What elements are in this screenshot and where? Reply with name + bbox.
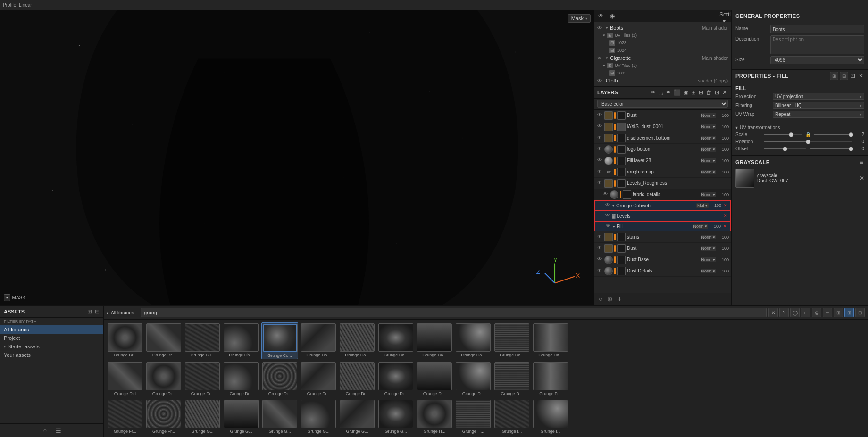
boots-tile-1023[interactable]: ⊞ 1023 <box>600 39 731 47</box>
asset-grunge-i-1[interactable]: Grunge I... <box>493 399 530 435</box>
asset-grunge-g-6[interactable]: Grunge G... <box>377 399 414 435</box>
layer-row-laxis[interactable]: 👁 lAXIS_dust_0001 Norm ▾ 100 <box>594 121 731 132</box>
layers-add-btn[interactable]: ○ <box>597 295 604 303</box>
viewport[interactable]: X Y Z Mask ▾ ▪ MASK <box>0 10 594 305</box>
dustbase-blend[interactable]: Norm ▾ <box>701 257 717 262</box>
asset-grunge-bu[interactable]: Grunge Bu... <box>184 322 221 359</box>
layer-row-roughremap[interactable]: 👁 ✏ rough remap Norm ▾ 100 <box>594 166 731 178</box>
size-select[interactable]: 4096 2048 1024 <box>770 56 864 64</box>
layers-delete-btn[interactable]: + <box>616 295 623 303</box>
layer-row-dustbase[interactable]: 👁 Dust Base Norm ▾ 100 <box>594 254 731 265</box>
layer-row-fill28[interactable]: 👁 Fill layer 28 Norm ▾ 100 <box>594 155 731 166</box>
layer-row-fill-highlighted[interactable]: 👁 ▸ Fill Norm ▾ 100 ✕ <box>594 221 731 231</box>
stains-blend[interactable]: Norm ▾ <box>701 235 717 239</box>
asset-grunge-di-8[interactable]: Grunge Di... <box>377 361 414 397</box>
uv-expand-arrow[interactable]: ▾ <box>735 125 738 130</box>
search-filter-btn-2[interactable]: □ <box>801 308 810 317</box>
layer-row-dust2[interactable]: 👁 Dust Norm ▾ 100 <box>594 243 731 254</box>
logo-blend[interactable]: Norm ▾ <box>701 147 717 152</box>
asset-grunge-g-3[interactable]: Grunge G... <box>261 399 298 435</box>
projection-value[interactable]: UV projection ▾ <box>773 93 864 100</box>
fill28-blend[interactable]: Norm ▾ <box>701 158 717 163</box>
rough-blend[interactable]: Norm ▾ <box>701 170 717 174</box>
asset-grunge-g-5[interactable]: Grunge G... <box>339 399 376 435</box>
asset-grunge-co-10[interactable]: Grunge Co... <box>455 322 492 359</box>
asset-grunge-co-11[interactable]: Grunge Co... <box>493 322 530 359</box>
asset-grunge-h-1[interactable]: Grunge H... <box>416 399 453 435</box>
cobweb-expand[interactable]: ▾ <box>612 203 615 208</box>
layer-tool-btn-8[interactable]: 🗑 <box>705 89 713 96</box>
scene-settings-icon[interactable]: Settings ▾ <box>719 11 729 21</box>
search-filter-btn-1[interactable]: ◯ <box>790 308 800 317</box>
asset-grunge-di-6[interactable]: Grunge Di... <box>300 361 337 397</box>
layer-tool-btn-2[interactable]: ⬚ <box>657 89 664 96</box>
dustbase-eye[interactable]: 👁 <box>596 256 603 263</box>
asset-grunge-di-7[interactable]: Grunge Di... <box>339 361 376 397</box>
layer-row-dust[interactable]: 👁 Dust Norm ▾ 100 <box>594 110 731 121</box>
asset-grunge-fr-2[interactable]: Grunge Fr... <box>145 399 182 435</box>
assets-icon-2[interactable]: ⊟ <box>95 308 100 315</box>
cobweb-close-btn[interactable]: ✕ <box>723 203 728 208</box>
laxis-blend[interactable]: Norm ▾ <box>701 124 717 129</box>
asset-grunge-di-5[interactable]: Grunge Di... <box>261 361 298 397</box>
asset-grunge-co-8[interactable]: Grunge Co... <box>377 322 414 359</box>
asset-grunge-br-2[interactable]: Grunge Br... <box>145 322 182 359</box>
logo-eye[interactable]: 👁 <box>596 146 603 153</box>
asset-grunge-d-10[interactable]: Grunge D... <box>455 361 492 397</box>
assets-icon-1[interactable]: ⊞ <box>87 308 92 315</box>
levrough-eye[interactable]: 👁 <box>596 180 603 187</box>
asset-grunge-fi[interactable]: Grunge Fi... <box>532 361 569 397</box>
search-grid-btn[interactable]: ⊞ <box>844 308 854 317</box>
stains-eye[interactable]: 👁 <box>596 234 603 240</box>
mask-toggle-btn[interactable]: ▪ <box>4 294 10 301</box>
asset-grunge-co-7[interactable]: Grunge Co... <box>339 322 376 359</box>
nav-project[interactable]: Project <box>0 334 103 342</box>
disp-blend[interactable]: Norm ▾ <box>701 136 717 140</box>
description-textarea[interactable] <box>770 35 864 54</box>
asset-grunge-co-selected[interactable]: Grunge Co... <box>261 322 298 359</box>
boots-expand-arrow[interactable]: ▾ <box>606 25 608 30</box>
layer-row-logo[interactable]: 👁 logo bottom Norm ▾ 100 <box>594 144 731 155</box>
offset-thumb-1[interactable] <box>783 147 787 151</box>
scale-thumb-2[interactable] <box>849 132 853 137</box>
asset-grunge-co-6[interactable]: Grunge Co... <box>300 322 337 359</box>
scene-item-cloth[interactable]: 👁 Cloth shader (Copy) <box>594 77 731 84</box>
dust-eye[interactable]: 👁 <box>596 112 603 119</box>
layer-row-levels-rough[interactable]: 👁 Levels_Roughness <box>594 178 731 189</box>
layer-row-displacement[interactable]: 👁 displacement bottom Norm ▾ 100 <box>594 132 731 144</box>
cigarette-expand-arrow[interactable]: ▾ <box>606 56 608 60</box>
layer-tool-btn-1[interactable]: ✏ <box>650 89 656 96</box>
asset-grunge-di-2[interactable]: Grunge Di... <box>145 361 182 397</box>
fill28-eye[interactable]: 👁 <box>596 157 603 164</box>
asset-grunge-da[interactable]: Grunge Da... <box>532 322 569 359</box>
scale-thumb[interactable] <box>789 132 793 137</box>
cobweb-blend[interactable]: Mul ▾ <box>696 203 709 208</box>
asset-grunge-fr-1[interactable]: Grunge Fr... <box>107 399 143 435</box>
asset-grunge-h-2[interactable]: Grunge H... <box>455 399 492 435</box>
search-filter-btn-5[interactable]: ⊞ <box>834 308 843 317</box>
dust2-blend[interactable]: Norm ▾ <box>701 246 717 251</box>
asset-grunge-d-11[interactable]: Grunge D... <box>493 361 530 397</box>
grayscale-close-btn[interactable]: ✕ <box>860 175 864 181</box>
asset-grunge-i-2[interactable]: Grunge I... <box>532 399 569 435</box>
scene-toggle-icon[interactable]: ◉ <box>608 11 617 21</box>
fill-eye[interactable]: 👁 <box>605 223 611 230</box>
scene-item-cigarette[interactable]: 👁 ▾ Cigarette Main shader <box>594 54 731 62</box>
fill-icon-1[interactable]: ⊞ <box>830 72 838 80</box>
asset-grunge-g-2[interactable]: Grunge G... <box>223 399 259 435</box>
boots-eye-icon[interactable]: 👁 <box>597 25 604 30</box>
cigarette-eye-icon[interactable]: 👁 <box>597 56 604 60</box>
offset-track-2[interactable] <box>810 148 852 149</box>
layer-row-levels[interactable]: 👁 ▓ Levels ✕ <box>594 211 731 221</box>
search-list-btn[interactable]: ⊞ <box>855 308 865 317</box>
assets-bottom-icon-2[interactable]: ☰ <box>53 425 64 436</box>
laxis-eye[interactable]: 👁 <box>596 124 603 130</box>
grayscale-filter-btn[interactable]: ≡ <box>859 158 864 166</box>
rough-eye[interactable]: 👁 <box>596 169 603 175</box>
layer-tool-btn-7[interactable]: ⊟ <box>698 89 704 96</box>
assets-bottom-icon-1[interactable]: ○ <box>40 425 50 436</box>
rotation-thumb[interactable] <box>806 140 810 144</box>
levels-close-btn[interactable]: ✕ <box>723 213 728 219</box>
scale-track[interactable] <box>764 134 802 135</box>
cig-tile-1033[interactable]: ⊞ 1033 <box>600 69 731 77</box>
